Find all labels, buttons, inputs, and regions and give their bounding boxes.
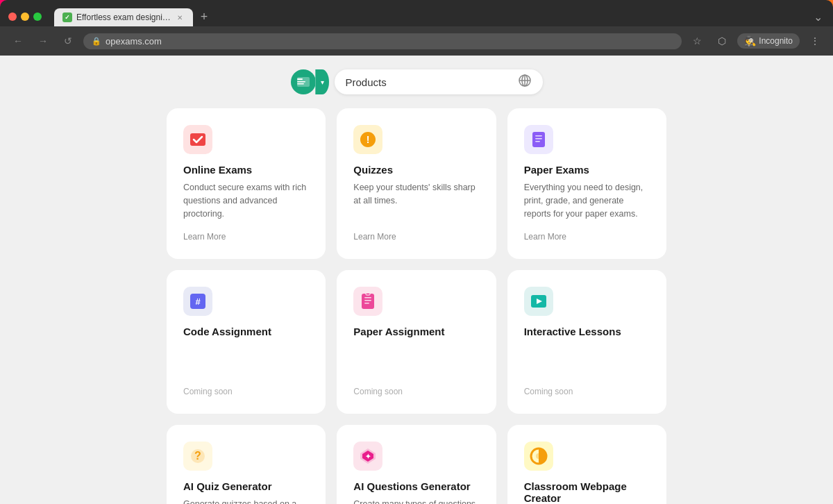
paper-exams-footer: Learn More <box>524 230 650 242</box>
product-card-ai-quiz-generator[interactable]: ? AI Quiz Generator Generate quizzes bas… <box>167 425 326 504</box>
address-text: opexams.com <box>106 36 162 47</box>
paper-assignment-icon <box>353 287 382 316</box>
paper-assignment-name: Paper Assignment <box>353 326 479 337</box>
svg-rect-11 <box>532 132 545 147</box>
product-card-interactive-lessons[interactable]: Interactive Lessons Coming soon <box>507 270 666 414</box>
browser-toolbar: ← → ↺ 🔒 opexams.com ☆ ⬡ 🕵 Incognito ⋮ <box>0 26 833 56</box>
svg-text:!: ! <box>367 134 370 145</box>
tab-title: Effortless exam designing ar <box>76 12 171 22</box>
quizzes-name: Quizzes <box>353 164 479 176</box>
close-button[interactable] <box>8 12 17 21</box>
products-nav: Products <box>335 69 543 94</box>
svg-rect-18 <box>364 297 371 299</box>
paper-assignment-footer: Coming soon <box>353 343 479 397</box>
product-card-code-assignment[interactable]: # Code Assignment Coming soon <box>167 270 326 414</box>
forward-button[interactable]: → <box>33 31 53 51</box>
svg-rect-19 <box>364 300 371 301</box>
product-card-paper-exams[interactable]: Paper Exams Everything you need to desig… <box>507 108 666 259</box>
paper-exams-learn-more[interactable]: Learn More <box>524 232 566 242</box>
product-card-online-exams[interactable]: Online Exams Conduct secure exams with r… <box>167 108 326 259</box>
bookmark-icon[interactable]: ☆ <box>687 31 707 51</box>
page-content: ▾ Products Online Exam <box>0 56 833 504</box>
tab-favicon: ✓ <box>62 12 72 22</box>
ai-questions-generator-desc: Create many types of questions, save <box>353 498 479 504</box>
incognito-badge: 🕵 Incognito <box>737 33 800 49</box>
paper-exams-icon <box>524 125 553 154</box>
interactive-lessons-icon <box>524 287 553 316</box>
svg-point-30 <box>536 453 541 459</box>
quizzes-learn-more[interactable]: Learn More <box>353 232 396 242</box>
interactive-lessons-name: Interactive Lessons <box>524 326 650 337</box>
svg-rect-3 <box>297 83 304 85</box>
product-card-paper-assignment[interactable]: Paper Assignment Coming soon <box>337 270 496 414</box>
online-exams-footer: Learn More <box>183 230 309 242</box>
code-assignment-name: Code Assignment <box>183 326 309 337</box>
svg-rect-17 <box>362 294 374 309</box>
logo-button[interactable] <box>291 69 316 94</box>
svg-rect-21 <box>366 293 370 295</box>
interactive-lessons-footer: Coming soon <box>524 343 650 397</box>
toolbar-right: ☆ ⬡ 🕵 Incognito ⋮ <box>687 31 825 51</box>
quizzes-desc: Keep your students' skills sharp at all … <box>353 181 479 220</box>
online-exams-name: Online Exams <box>183 164 309 176</box>
minimize-button[interactable] <box>21 12 29 21</box>
ai-quiz-generator-name: AI Quiz Generator <box>183 480 309 492</box>
svg-text:?: ? <box>194 450 201 462</box>
ai-questions-generator-name: AI Questions Generator <box>353 480 479 492</box>
classroom-webpage-creator-name: Classroom Webpage Creator <box>524 480 650 504</box>
code-assignment-icon: # <box>183 287 212 316</box>
new-tab-button[interactable]: + <box>194 7 214 26</box>
products-label: Products <box>346 76 387 88</box>
maximize-button[interactable] <box>33 12 42 21</box>
svg-rect-14 <box>535 141 540 142</box>
svg-rect-1 <box>297 78 303 80</box>
ai-quiz-generator-desc: Generate quizzes based on a text or a <box>183 498 309 504</box>
svg-rect-8 <box>190 133 205 146</box>
ai-questions-generator-icon: ✦ <box>353 442 382 471</box>
code-assignment-footer: Coming soon <box>183 343 309 397</box>
product-card-ai-questions-generator[interactable]: ✦ AI Questions Generator Create many typ… <box>337 425 496 504</box>
svg-text:✦: ✦ <box>365 453 371 460</box>
classroom-webpage-creator-icon <box>524 442 553 471</box>
tab-close-button[interactable]: ✕ <box>175 12 185 22</box>
products-grid: Online Exams Conduct secure exams with r… <box>167 108 666 504</box>
title-bar: ✓ Effortless exam designing ar ✕ + ⌄ <box>0 0 833 26</box>
svg-text:#: # <box>195 296 201 307</box>
svg-rect-13 <box>535 138 542 140</box>
paper-assignment-coming-soon: Coming soon <box>353 387 403 396</box>
traffic-lights <box>8 12 42 21</box>
online-exams-icon <box>183 125 212 154</box>
code-assignment-coming-soon: Coming soon <box>183 387 233 396</box>
browser-chrome: ✓ Effortless exam designing ar ✕ + ⌄ ← →… <box>0 0 833 56</box>
product-card-classroom-webpage-creator[interactable]: Classroom Webpage Creator <box>507 425 666 504</box>
incognito-label: Incognito <box>759 36 793 46</box>
menu-button[interactable]: ⋮ <box>805 31 825 51</box>
active-tab[interactable]: ✓ Effortless exam designing ar ✕ <box>54 8 193 26</box>
address-bar[interactable]: 🔒 opexams.com <box>83 33 682 49</box>
logo-icon <box>296 75 310 89</box>
interactive-lessons-coming-soon: Coming soon <box>524 387 573 396</box>
page-header: ▾ Products <box>14 69 819 94</box>
refresh-button[interactable]: ↺ <box>58 31 78 51</box>
paper-exams-name: Paper Exams <box>524 164 650 176</box>
svg-rect-2 <box>297 81 305 83</box>
globe-icon[interactable] <box>518 74 532 90</box>
extensions-icon[interactable]: ⬡ <box>712 31 732 51</box>
logo-dropdown-button[interactable]: ▾ <box>315 69 329 94</box>
product-card-quizzes[interactable]: ! Quizzes Keep your students' skills sha… <box>337 108 496 259</box>
quizzes-footer: Learn More <box>353 230 479 242</box>
svg-rect-12 <box>535 135 542 137</box>
online-exams-learn-more[interactable]: Learn More <box>183 232 226 242</box>
back-button[interactable]: ← <box>8 31 28 51</box>
paper-exams-desc: Everything you need to design, print, gr… <box>524 181 650 220</box>
tab-bar: ✓ Effortless exam designing ar ✕ + <box>54 7 214 26</box>
online-exams-desc: Conduct secure exams with rich questions… <box>183 181 309 220</box>
address-lock-icon: 🔒 <box>92 37 101 46</box>
quizzes-icon: ! <box>353 125 382 154</box>
ai-quiz-generator-icon: ? <box>183 442 212 471</box>
window-controls-right: ⌄ <box>811 10 825 24</box>
svg-rect-20 <box>364 303 369 304</box>
